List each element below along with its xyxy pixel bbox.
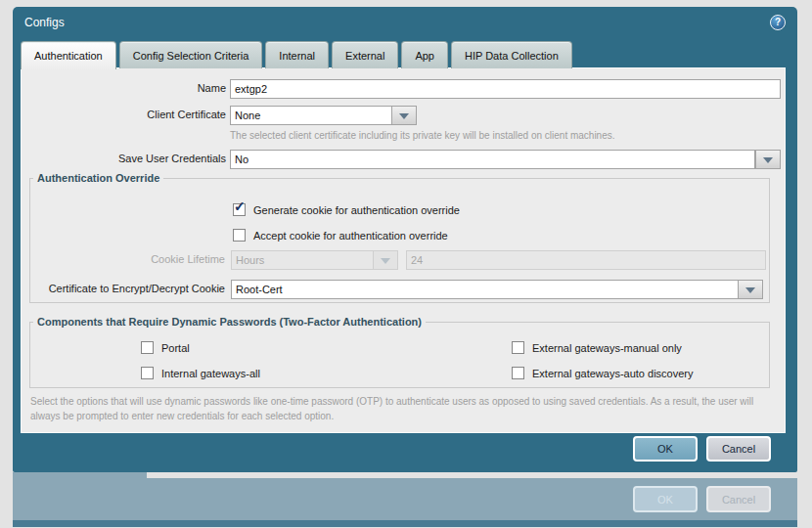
cookie-lifetime-value-input xyxy=(406,250,766,270)
internal-gateways-all-label: Internal gateways-all xyxy=(161,368,260,379)
two-factor-legend: Components that Require Dynamic Password… xyxy=(33,316,426,328)
background-ok-button: OK xyxy=(633,486,698,512)
chevron-down-icon xyxy=(745,287,755,298)
client-certificate-label: Client Certificate xyxy=(22,109,226,120)
encrypt-certificate-label: Certificate to Encrypt/Decrypt Cookie xyxy=(30,283,225,294)
tab-authentication[interactable]: Authentication xyxy=(21,41,116,69)
cookie-lifetime-unit-select xyxy=(231,250,374,270)
portal-label: Portal xyxy=(161,342,190,354)
dialog-titlebar: Configs ? xyxy=(13,7,797,37)
tab-content-panel: Name Client Certificate The selected cli… xyxy=(21,67,786,433)
background-cancel-button: Cancel xyxy=(706,486,771,512)
configs-dialog: Configs ? Authentication Config Selectio… xyxy=(13,7,797,472)
name-input[interactable] xyxy=(230,79,781,99)
tab-config-selection-criteria[interactable]: Config Selection Criteria xyxy=(119,41,263,68)
chevron-down-icon xyxy=(381,258,390,269)
external-gateways-auto-checkbox[interactable] xyxy=(512,367,524,379)
tab-external[interactable]: External xyxy=(332,41,398,68)
external-gateways-auto-label: External gateways-auto discovery xyxy=(532,368,693,379)
cookie-lifetime-dropdown-button xyxy=(373,250,398,270)
cancel-button[interactable]: Cancel xyxy=(706,436,771,462)
cookie-lifetime-label: Cookie Lifetime xyxy=(30,253,225,265)
client-certificate-select[interactable] xyxy=(230,106,392,125)
client-certificate-dropdown-button[interactable] xyxy=(391,106,417,125)
encrypt-certificate-dropdown-button[interactable] xyxy=(738,280,763,299)
client-certificate-help: The selected client certificate includin… xyxy=(230,130,615,141)
external-gateways-manual-label: External gateways-manual only xyxy=(532,342,682,354)
accept-cookie-label: Accept cookie for authentication overrid… xyxy=(253,230,448,242)
generate-cookie-label: Generate cookie for authentication overr… xyxy=(253,204,460,216)
external-gateways-manual-checkbox[interactable] xyxy=(512,341,524,354)
background-gap xyxy=(147,472,797,478)
tab-bar: Authentication Config Selection Criteria… xyxy=(21,41,572,68)
save-user-credentials-label: Save User Credentials xyxy=(22,153,226,164)
chevron-down-icon xyxy=(399,113,409,124)
dialog-title: Configs xyxy=(24,16,65,29)
check-icon: ✓ xyxy=(234,198,246,214)
ok-button[interactable]: OK xyxy=(633,436,698,462)
tab-app[interactable]: App xyxy=(401,41,448,68)
two-factor-group: Components that Require Dynamic Password… xyxy=(29,316,770,388)
tab-internal[interactable]: Internal xyxy=(265,41,329,68)
authentication-override-group: Authentication Override ✓ Generate cooki… xyxy=(29,172,770,303)
portal-checkbox[interactable] xyxy=(141,341,154,354)
save-user-credentials-dropdown-button[interactable] xyxy=(755,150,781,169)
encrypt-certificate-select[interactable] xyxy=(231,280,739,299)
save-user-credentials-select[interactable] xyxy=(230,150,755,169)
generate-cookie-checkbox[interactable]: ✓ xyxy=(233,203,246,216)
help-icon[interactable]: ? xyxy=(770,15,786,30)
authentication-override-legend: Authentication Override xyxy=(33,172,163,184)
accept-cookie-checkbox[interactable] xyxy=(233,229,246,242)
screen: OK Cancel Configs ? Authentication Confi… xyxy=(0,0,812,528)
tab-hip-data-collection[interactable]: HIP Data Collection xyxy=(451,41,572,68)
internal-gateways-all-checkbox[interactable] xyxy=(141,367,154,379)
chevron-down-icon xyxy=(763,157,773,168)
dynamic-passwords-footnote: Select the options that will use dynamic… xyxy=(30,394,776,423)
name-label: Name xyxy=(22,82,226,94)
background-dialog-footer xyxy=(13,520,797,527)
